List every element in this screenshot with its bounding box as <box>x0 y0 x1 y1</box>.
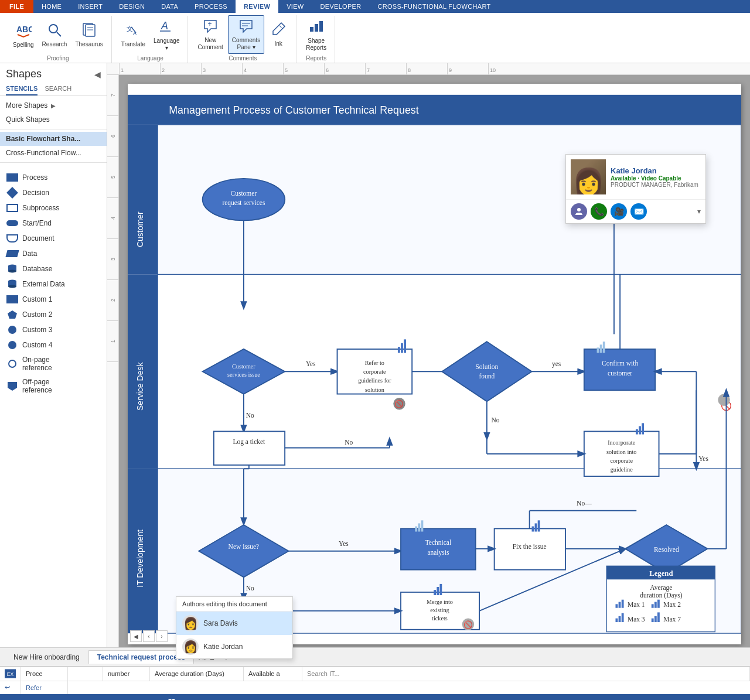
shape-custom2[interactable]: Custom 2 <box>0 307 107 322</box>
shape-custom4[interactable]: Custom 4 <box>0 337 107 353</box>
thesaurus-button[interactable]: Thesaurus <box>71 20 106 50</box>
scroll-left-button[interactable]: ◀ <box>130 630 142 642</box>
ruler-mark-6: 6 <box>324 63 365 74</box>
svg-text:Max 1: Max 1 <box>628 601 645 608</box>
ribbon-group-proofing: ABC Spelling Research <box>5 16 112 63</box>
search-input[interactable] <box>307 670 745 677</box>
svg-text:Fix the issue: Fix the issue <box>513 543 547 550</box>
cross-functional-label: Cross-Functional Flow... <box>6 149 81 157</box>
ink-button[interactable]: Ink <box>265 19 291 50</box>
canvas-scroll[interactable]: Management Process of Customer Technical… <box>119 75 750 647</box>
svg-point-167 <box>577 208 581 211</box>
tab-insert[interactable]: INSERT <box>70 0 111 13</box>
spelling-button[interactable]: ABC Spelling <box>9 19 38 51</box>
cross-functional-item[interactable]: Cross-Functional Flow... <box>0 146 107 160</box>
new-comment-button[interactable]: + NewComment <box>194 16 226 53</box>
tab-data[interactable]: DATA <box>153 0 186 13</box>
contact-expand-button[interactable]: ▾ <box>697 207 701 216</box>
teams-button[interactable] <box>571 203 587 220</box>
shape-external-data[interactable]: External Data <box>0 276 107 292</box>
svg-rect-119 <box>421 520 424 531</box>
stencils-tab[interactable]: STENCILS <box>6 83 38 95</box>
tab-home[interactable]: HOME <box>33 0 70 13</box>
shape-decision[interactable]: Decision <box>0 185 107 200</box>
data-col-number: number <box>103 667 150 681</box>
shape-off-page-ref[interactable]: Off-pagereference <box>0 375 107 397</box>
basic-flowchart-item[interactable]: Basic Flowchart Sha... <box>0 132 107 146</box>
shape-start-end[interactable]: Start/End <box>0 216 107 231</box>
svg-text:yes: yes <box>552 360 561 368</box>
svg-rect-95 <box>636 429 638 435</box>
svg-rect-136 <box>434 590 436 595</box>
shape-document[interactable]: Document <box>0 231 107 246</box>
translate-label: Translate <box>121 41 145 48</box>
authors-tooltip-title: Authors editing this document <box>176 597 292 612</box>
katie-jordan-name: Katie Jordan <box>203 643 243 651</box>
ruler-mark-10: 10 <box>488 63 529 74</box>
more-shapes-item[interactable]: More Shapes ▶ <box>0 98 107 112</box>
video-button[interactable]: 🎥 <box>611 203 627 220</box>
shape-data[interactable]: Data <box>0 246 107 261</box>
ruler-v-mark-3: 3 <box>107 239 118 280</box>
new-comment-label: NewComment <box>197 37 223 51</box>
svg-rect-155 <box>652 604 654 607</box>
shape-reports-button[interactable]: ShapeReports <box>302 16 330 54</box>
ruler-mark-3: 3 <box>201 63 242 74</box>
phone-button[interactable]: 📞 <box>591 203 607 220</box>
tab-review[interactable]: REVIEW <box>236 0 278 13</box>
svg-text:corporate: corporate <box>610 457 633 464</box>
shape-process[interactable]: Process <box>0 170 107 185</box>
contact-popup: 👩 Katie Jordan Available · Video Capable… <box>565 154 706 224</box>
shape-on-page-ref[interactable]: On-pagereference <box>0 353 107 375</box>
author-katie-jordan[interactable]: 👩 Katie Jordan <box>176 635 292 658</box>
svg-point-1 <box>49 25 57 33</box>
svg-rect-63 <box>398 347 400 353</box>
quick-shapes-item[interactable]: Quick Shapes <box>0 112 107 127</box>
sidebar-collapse-button[interactable]: ◀ <box>94 70 101 79</box>
ink-label: Ink <box>275 40 282 47</box>
svg-text:Customer: Customer <box>232 363 255 370</box>
tab-developer[interactable]: DEVELOPER <box>312 0 370 13</box>
tab-cross-functional[interactable]: CROSS-FUNCTIONAL FLOWCHART <box>369 0 499 13</box>
svg-rect-15 <box>310 27 313 32</box>
search-tab[interactable]: SEARCH <box>45 83 71 95</box>
ribbon-group-language: 文 A Translate A Language▾ <box>113 16 189 63</box>
author-sara-davis[interactable]: 👩 Sara Davis <box>176 612 292 635</box>
ruler-v-mark-5: 5 <box>107 157 118 198</box>
svg-text:No—: No— <box>577 500 592 507</box>
shape-custom1[interactable]: Custom 1 <box>0 292 107 307</box>
language-button[interactable]: A Language▾ <box>150 16 183 54</box>
tab-design[interactable]: DESIGN <box>111 0 153 13</box>
tab-view[interactable]: VIEW <box>278 0 312 13</box>
scroll-controls: ◀ ‹ › <box>130 630 168 642</box>
data-search[interactable] <box>302 667 750 681</box>
svg-text:solution: solution <box>365 387 384 393</box>
tab-process[interactable]: PROCESS <box>186 0 236 13</box>
svg-text:+: + <box>208 20 212 28</box>
comments-pane-button[interactable]: CommentsPane ▾ <box>228 15 264 54</box>
svg-marker-25 <box>8 382 17 391</box>
svg-text:Max 3: Max 3 <box>628 616 645 623</box>
tab-file[interactable]: FILE <box>0 0 33 13</box>
tab-new-hire[interactable]: New Hire onboarding <box>5 650 88 664</box>
more-shapes-arrow: ▶ <box>51 103 56 109</box>
scroll-prev-button[interactable]: ‹ <box>143 630 155 642</box>
svg-rect-159 <box>615 619 618 622</box>
shape-database[interactable]: Database <box>0 261 107 276</box>
research-button[interactable]: Research <box>39 20 71 50</box>
scroll-next-button[interactable]: › <box>156 630 168 642</box>
shape-subprocess[interactable]: Subprocess <box>0 200 107 216</box>
svg-text:Average: Average <box>650 584 672 592</box>
data-col-available: Available a <box>244 667 302 681</box>
translate-button[interactable]: 文 A Translate <box>118 20 149 50</box>
ruler-v-mark-4: 4 <box>107 198 118 239</box>
contact-title: PRODUCT MANAGER, Fabrikam <box>611 182 701 188</box>
svg-rect-64 <box>401 343 403 353</box>
shape-custom3[interactable]: Custom 3 <box>0 322 107 337</box>
svg-rect-161 <box>622 613 624 622</box>
ruler-mark-8: 8 <box>406 63 447 74</box>
svg-rect-153 <box>622 600 624 608</box>
email-button[interactable]: ✉️ <box>630 203 647 220</box>
data-table: EX Proce number Average duration (Days) … <box>0 666 750 694</box>
ink-icon <box>271 22 286 39</box>
